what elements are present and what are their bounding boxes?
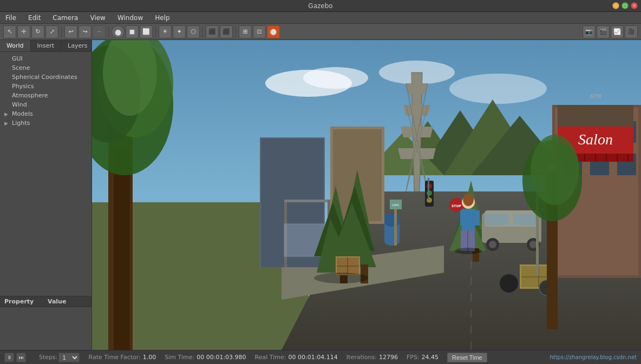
svg-rect-51 <box>558 105 633 127</box>
svg-point-111 <box>531 135 579 205</box>
svg-point-95 <box>463 193 474 206</box>
svg-rect-15 <box>114 148 130 350</box>
tree-item-wind[interactable]: Wind <box>0 100 91 109</box>
undo-button[interactable]: ↩ <box>64 25 77 38</box>
snap-button[interactable]: ⊡ <box>253 25 266 38</box>
add-sun-button[interactable]: ☀ <box>159 25 172 38</box>
play-controls: ⏸ ⏭ <box>4 353 26 362</box>
tree-panel: GUI Scene Spherical Coordinates Physics … <box>0 52 91 296</box>
scene-3d: Salon ATM <box>92 40 641 350</box>
add-point-light-button[interactable]: ✦ <box>173 25 186 38</box>
copy-button[interactable]: ⬛ <box>206 25 219 38</box>
sim-time-item: Sim Time: 00 00:01:03.980 <box>165 354 246 361</box>
maximize-button[interactable]: □ <box>622 2 629 9</box>
viewport-canvas: Salon ATM <box>92 40 641 350</box>
align-button[interactable]: ⊞ <box>239 25 252 38</box>
tree-item-spherical-coords[interactable]: Spherical Coordinates <box>0 72 91 82</box>
paste-button[interactable]: ⬛ <box>220 25 233 38</box>
svg-text:STOP: STOP <box>452 204 462 208</box>
reset-time-button[interactable]: Reset Time <box>447 353 487 362</box>
properties-header: Property Value <box>0 296 91 307</box>
tree-item-lights[interactable]: ▶ Lights <box>0 118 91 128</box>
menu-window[interactable]: Window <box>114 13 146 23</box>
svg-point-77 <box>489 241 496 248</box>
toolbar: ↖ ✛ ↻ ⤢ ↩ ↪ ─ ● ■ ⬜ ☀ ✦ ⬡ ⬛ ⬛ ⊞ ⊡ ⬤ 📷 🎬 … <box>0 24 641 40</box>
real-time-label: Real Time: <box>255 354 286 361</box>
main-layout: World Insert Layers GUI Scene Spherical … <box>0 40 641 350</box>
select-mode-button[interactable]: ↖ <box>3 25 16 38</box>
svg-rect-54 <box>284 200 328 202</box>
step-button[interactable]: ⏭ <box>16 353 26 362</box>
tree-item-physics[interactable]: Physics <box>0 82 91 91</box>
svg-marker-25 <box>406 83 428 94</box>
tree-item-models[interactable]: ▶ Models <box>0 109 91 118</box>
viewport[interactable]: Salon ATM <box>92 40 641 350</box>
rotate-mode-button[interactable]: ↻ <box>31 25 44 38</box>
window-title: Gazebo <box>308 2 332 10</box>
iterations-label: Iterations: <box>346 354 377 361</box>
iterations-item: Iterations: 12796 <box>346 354 398 361</box>
svg-text:ATM: ATM <box>590 94 601 100</box>
scale-mode-button[interactable]: ⤢ <box>45 25 58 38</box>
svg-rect-81 <box>513 214 538 225</box>
svg-point-4 <box>449 74 547 104</box>
plot-button[interactable]: 📈 <box>611 25 624 38</box>
toolbar-separator-2 <box>108 27 109 37</box>
svg-rect-93 <box>460 210 466 226</box>
steps-control: Steps: 1 5 10 <box>39 353 80 362</box>
iterations-value: 12796 <box>379 354 398 361</box>
fps-item: FPS: 24.45 <box>407 354 439 361</box>
sim-time-label: Sim Time: <box>165 354 194 361</box>
models-arrow: ▶ <box>4 111 10 117</box>
add-cylinder-button[interactable]: ⬜ <box>140 25 153 38</box>
panel-tabs: World Insert Layers <box>0 40 91 52</box>
tab-insert[interactable]: Insert <box>31 40 62 51</box>
svg-marker-28 <box>398 148 436 159</box>
fps-value: 24.45 <box>422 354 439 361</box>
translate-mode-button[interactable]: ✛ <box>17 25 30 38</box>
steps-label: Steps: <box>39 354 57 361</box>
record-button[interactable]: 🎬 <box>597 25 610 38</box>
svg-rect-94 <box>474 210 480 226</box>
menu-edit[interactable]: Edit <box>25 13 44 23</box>
menu-bar: File Edit Camera View Window Help <box>0 12 641 24</box>
menu-camera[interactable]: Camera <box>49 13 81 23</box>
svg-point-2 <box>303 67 368 89</box>
svg-text:USPS: USPS <box>392 203 399 207</box>
add-spot-light-button[interactable]: ⬡ <box>187 25 200 38</box>
minimize-button[interactable]: ─ <box>612 2 619 9</box>
redo-sep: ─ <box>93 25 106 38</box>
video-button[interactable]: 🎥 <box>625 25 638 38</box>
window-controls: ─ □ × <box>612 2 638 9</box>
status-bar: ⏸ ⏭ Steps: 1 5 10 Rate Time Factor: 1.00… <box>0 350 641 364</box>
svg-point-79 <box>529 241 537 248</box>
close-button[interactable]: × <box>631 2 638 9</box>
svg-point-112 <box>314 273 368 283</box>
tree-item-atmosphere[interactable]: Atmosphere <box>0 91 91 100</box>
fps-label: FPS: <box>407 354 420 361</box>
snap-active-button[interactable]: ⬤ <box>267 25 280 38</box>
redo-button[interactable]: ↪ <box>79 25 91 38</box>
tab-world[interactable]: World <box>0 40 31 51</box>
svg-rect-80 <box>485 214 509 225</box>
menu-file[interactable]: File <box>2 13 19 23</box>
screenshot-button[interactable]: 📷 <box>583 25 596 38</box>
menu-view[interactable]: View <box>87 13 108 23</box>
toolbar-separator-5 <box>236 27 236 37</box>
pause-button[interactable]: ⏸ <box>4 353 14 362</box>
add-sphere-button[interactable]: ● <box>112 25 125 38</box>
rate-factor-label: Rate Time Factor: <box>88 354 140 361</box>
rate-factor-value: 1.00 <box>143 354 156 361</box>
toolbar-separator-3 <box>155 27 156 37</box>
properties-panel: Property Value <box>0 296 91 350</box>
property-column-header: Property <box>0 296 43 307</box>
steps-select[interactable]: 1 5 10 <box>58 353 80 362</box>
tab-layers[interactable]: Layers <box>61 40 94 51</box>
add-box-button[interactable]: ■ <box>126 25 139 38</box>
tree-item-scene[interactable]: Scene <box>0 63 91 72</box>
title-bar: Gazebo ─ □ × <box>0 0 641 12</box>
toolbar-separator-4 <box>202 27 203 37</box>
tree-item-gui[interactable]: GUI <box>0 54 91 63</box>
menu-help[interactable]: Help <box>152 13 173 23</box>
value-column-header: Value <box>43 296 70 307</box>
